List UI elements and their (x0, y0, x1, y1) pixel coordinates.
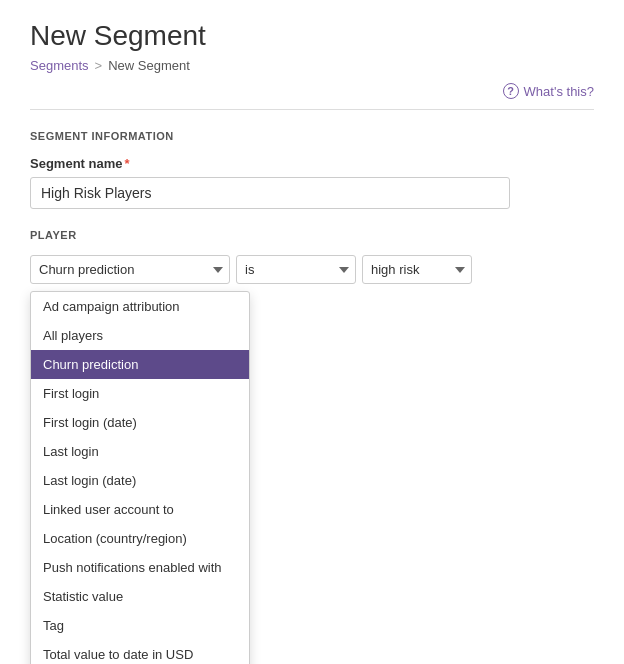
dropdown-item-linked-user[interactable]: Linked user account to (31, 495, 249, 524)
player-condition-row: Churn prediction Ad campaign attribution… (30, 255, 594, 284)
dropdown-item-last-login[interactable]: Last login (31, 437, 249, 466)
dropdown-item-last-login-date[interactable]: Last login (date) (31, 466, 249, 495)
page-title: New Segment (30, 20, 594, 52)
value-select[interactable]: high risk (362, 255, 472, 284)
dropdown-item-all-players[interactable]: All players (31, 321, 249, 350)
dropdown-item-first-login-date[interactable]: First login (date) (31, 408, 249, 437)
segment-info-section: SEGMENT INFORMATION Segment name* (30, 130, 594, 209)
breadcrumb-current: New Segment (108, 58, 190, 73)
breadcrumb: Segments > New Segment (30, 58, 594, 73)
dropdown-item-tag[interactable]: Tag (31, 611, 249, 640)
section-divider (30, 109, 594, 110)
player-section: PLAYER Churn prediction Ad campaign attr… (30, 229, 594, 331)
dropdown-item-total-value[interactable]: Total value to date in USD (31, 640, 249, 664)
condition-select[interactable]: Churn prediction (30, 255, 230, 284)
dropdown-item-statistic[interactable]: Statistic value (31, 582, 249, 611)
segment-name-input[interactable] (30, 177, 510, 209)
segment-name-label: Segment name* (30, 156, 594, 171)
dropdown-item-location[interactable]: Location (country/region) (31, 524, 249, 553)
breadcrumb-separator: > (95, 58, 103, 73)
required-indicator: * (124, 156, 129, 171)
help-icon: ? (503, 83, 519, 99)
dropdown-item-push-notif[interactable]: Push notifications enabled with (31, 553, 249, 582)
segment-name-group: Segment name* (30, 156, 594, 209)
dropdown-item-first-login[interactable]: First login (31, 379, 249, 408)
condition-dropdown-menu: Ad campaign attribution All players Chur… (30, 291, 250, 664)
dropdown-item-churn[interactable]: Churn prediction (31, 350, 249, 379)
help-label: What's this? (524, 84, 594, 99)
operator-select[interactable]: is (236, 255, 356, 284)
dropdown-item-ad-campaign[interactable]: Ad campaign attribution (31, 292, 249, 321)
help-link[interactable]: ? What's this? (503, 83, 594, 99)
breadcrumb-parent[interactable]: Segments (30, 58, 89, 73)
player-section-label: PLAYER (30, 229, 594, 241)
condition-dropdown-wrapper: Churn prediction Ad campaign attribution… (30, 255, 230, 284)
segment-info-label: SEGMENT INFORMATION (30, 130, 594, 142)
